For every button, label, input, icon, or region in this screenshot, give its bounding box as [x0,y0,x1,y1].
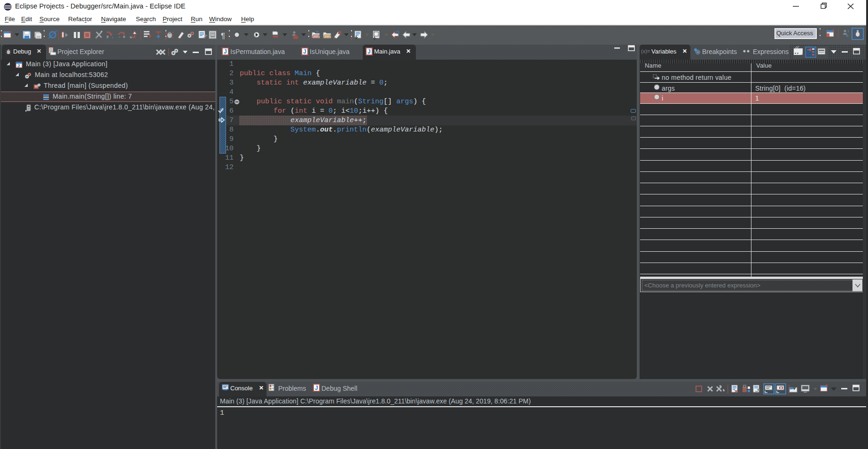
svg-text:¶: ¶ [221,31,225,40]
svg-text:J: J [17,63,20,68]
svg-text:J: J [224,48,227,55]
svg-text:J: J [303,48,306,55]
svg-text:J: J [368,48,371,55]
svg-text:J: J [315,385,318,391]
